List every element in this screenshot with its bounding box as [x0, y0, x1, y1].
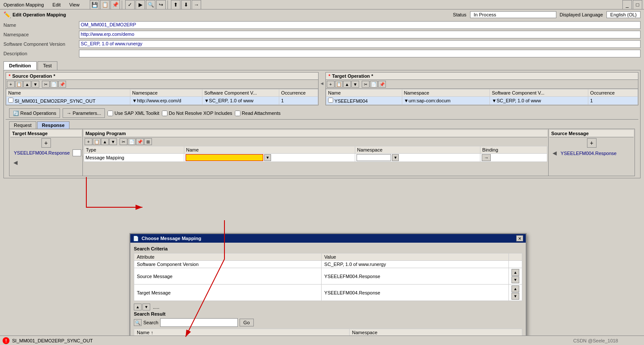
- map-paste-btn[interactable]: 📌: [136, 138, 144, 145]
- target-col-name: Name: [326, 89, 402, 97]
- target-op-table: Name Namespace Software Component V... O…: [326, 89, 638, 105]
- target-op-asterisk: *: [328, 73, 330, 79]
- toolbar-check-btn[interactable]: ✓: [125, 0, 135, 9]
- target-copy2-btn[interactable]: 📄: [370, 81, 378, 88]
- tab-request[interactable]: Request: [9, 121, 36, 129]
- scroll-up-source[interactable]: ▲: [511, 269, 519, 276]
- source-add-btn[interactable]: +: [7, 81, 15, 88]
- scroll-up-target[interactable]: ▲: [511, 285, 519, 292]
- target-col-occurrence: Occurrence: [588, 89, 638, 97]
- toolbar-copy-btn[interactable]: 📋: [100, 0, 110, 9]
- parameters-btn[interactable]: → Parameters...: [63, 108, 105, 118]
- section-scroll-down[interactable]: ▼: [142, 304, 150, 310]
- map-binding-cell: →: [480, 154, 547, 162]
- mapping-row[interactable]: Message Mapping ▼ ▼: [84, 154, 547, 162]
- toolbar-upload-btn[interactable]: ⬆: [171, 0, 180, 9]
- watermark: CSDN @Seele_1018: [573, 338, 618, 343]
- search-icon-btn[interactable]: 🔍: [134, 319, 142, 326]
- toolbar-download-btn[interactable]: ⬇: [181, 0, 191, 9]
- criteria-scroll-col: [509, 253, 522, 261]
- target-copy-btn[interactable]: 📋: [335, 81, 343, 88]
- criteria-attr-target: Target Message: [134, 285, 322, 301]
- target-down-btn[interactable]: ▼: [351, 81, 359, 88]
- toolbar-save-btn[interactable]: 💾: [90, 0, 99, 9]
- tab-test[interactable]: Test: [38, 61, 57, 70]
- dialog-close-btn[interactable]: ✕: [516, 235, 523, 241]
- target-paste-btn[interactable]: 📌: [378, 81, 386, 88]
- main-tabs: Definition Test: [3, 61, 641, 70]
- map-namespace-browse[interactable]: ▼: [392, 154, 399, 161]
- minimize-btn[interactable]: _: [622, 0, 632, 9]
- target-msg-add-btn[interactable]: +: [41, 138, 51, 148]
- map-cut-btn[interactable]: ✂: [120, 138, 127, 145]
- target-op-title: Target Operation *: [332, 73, 373, 79]
- scroll-down-target[interactable]: ▼: [511, 293, 519, 300]
- map-copy2-btn[interactable]: 📄: [128, 138, 136, 145]
- search-input[interactable]: [160, 318, 238, 327]
- tab-response[interactable]: Response: [37, 121, 69, 129]
- target-op-row[interactable]: YSEELEFM004 ▼urn:sap-com:docum ▼SC_ERP, …: [326, 97, 638, 105]
- toolbar-paste-btn[interactable]: 📌: [110, 0, 120, 9]
- map-extra-btn[interactable]: ⊞: [144, 138, 152, 145]
- toolbar-step-btn[interactable]: ↪: [156, 0, 166, 9]
- target-op-toolbar: + 📋 ▲ ▼ ✂ 📄 📌: [326, 80, 638, 89]
- menu-view[interactable]: View: [68, 1, 82, 8]
- tab-definition[interactable]: Definition: [3, 61, 37, 70]
- map-copy-btn[interactable]: 📋: [93, 138, 101, 145]
- name-label: Name: [3, 22, 79, 28]
- source-paste-btn[interactable]: 📌: [58, 81, 66, 88]
- target-cut-btn[interactable]: ✂: [362, 81, 369, 88]
- status-icon: !: [3, 337, 9, 344]
- menu-edit[interactable]: Edit: [51, 1, 63, 8]
- use-sap-xml-checkbox[interactable]: [107, 111, 113, 116]
- operations-divider: ◄: [319, 72, 325, 105]
- map-down-btn[interactable]: ▼: [109, 138, 117, 145]
- source-op-row[interactable]: SI_MM001_DEMO2ERP_SYNC_OUT ▼http://www.e…: [6, 97, 318, 105]
- map-type: Message Mapping: [84, 154, 184, 162]
- map-binding-btn[interactable]: →: [482, 154, 491, 161]
- target-msg-input[interactable]: [73, 149, 81, 156]
- source-col-occurrence: Occurrence: [279, 89, 318, 97]
- read-attachments-label[interactable]: Read Attachments: [235, 111, 281, 116]
- go-button[interactable]: Go: [240, 319, 254, 326]
- params-icon: →: [66, 111, 71, 116]
- map-add-btn[interactable]: +: [85, 138, 92, 145]
- criteria-scv-scroll: [509, 261, 522, 268]
- map-up-btn[interactable]: ▲: [101, 138, 109, 145]
- target-message-section: Target Message + YSEELEFM004.Response ▼ …: [9, 129, 83, 176]
- criteria-target-scroll: ▲ ▼: [509, 285, 522, 301]
- source-msg-add-btn[interactable]: +: [587, 138, 597, 148]
- no-resolve-xop-checkbox[interactable]: [162, 111, 167, 116]
- maximize-btn[interactable]: □: [633, 0, 642, 9]
- scroll-down-source[interactable]: ▼: [511, 276, 519, 283]
- target-up-btn[interactable]: ▲: [343, 81, 351, 88]
- toolbar-execute-btn[interactable]: ▶: [136, 0, 145, 9]
- dialog-title: Choose Message Mapping: [142, 236, 201, 241]
- scv-label: Software Component Version: [3, 41, 79, 47]
- criteria-row-source: Source Message YSEELEFM004.Response ▲ ▼: [134, 268, 522, 285]
- source-cut-btn[interactable]: ✂: [42, 81, 50, 88]
- toolbar-export-btn[interactable]: →: [192, 0, 201, 9]
- source-down-btn[interactable]: ▼: [32, 81, 39, 88]
- map-namespace-input[interactable]: [357, 154, 391, 161]
- toolbar-debug-btn[interactable]: 🔍: [146, 0, 155, 9]
- req-res-tabs: Request Response: [9, 121, 638, 129]
- no-resolve-xop-label[interactable]: Do Not Resolve XOP Includes: [162, 111, 232, 116]
- mapping-table: Type Name Namespace Binding Message Mapp…: [84, 146, 547, 162]
- source-op-asterisk: *: [9, 73, 10, 79]
- source-copy2-btn[interactable]: 📄: [50, 81, 58, 88]
- section-scroll-up[interactable]: ▲: [134, 304, 142, 310]
- read-attachments-checkbox[interactable]: [235, 111, 240, 116]
- read-operations-btn[interactable]: 🔄 Read Operations: [9, 108, 60, 118]
- source-up-btn[interactable]: ▲: [23, 81, 31, 88]
- menu-operation-mapping[interactable]: Operation Mapping: [2, 1, 46, 8]
- target-add-btn[interactable]: +: [327, 81, 335, 88]
- source-op-occurrence: 1: [279, 97, 318, 105]
- separator-2: [167, 0, 169, 9]
- ellipsis: .....: [151, 304, 161, 310]
- use-sap-xml-label[interactable]: Use SAP XML Toolkit: [107, 111, 159, 116]
- status-value: In Process: [470, 11, 556, 18]
- source-copy-btn[interactable]: 📋: [15, 81, 23, 88]
- map-name-input[interactable]: [186, 154, 263, 161]
- map-name-browse[interactable]: ▼: [264, 154, 271, 161]
